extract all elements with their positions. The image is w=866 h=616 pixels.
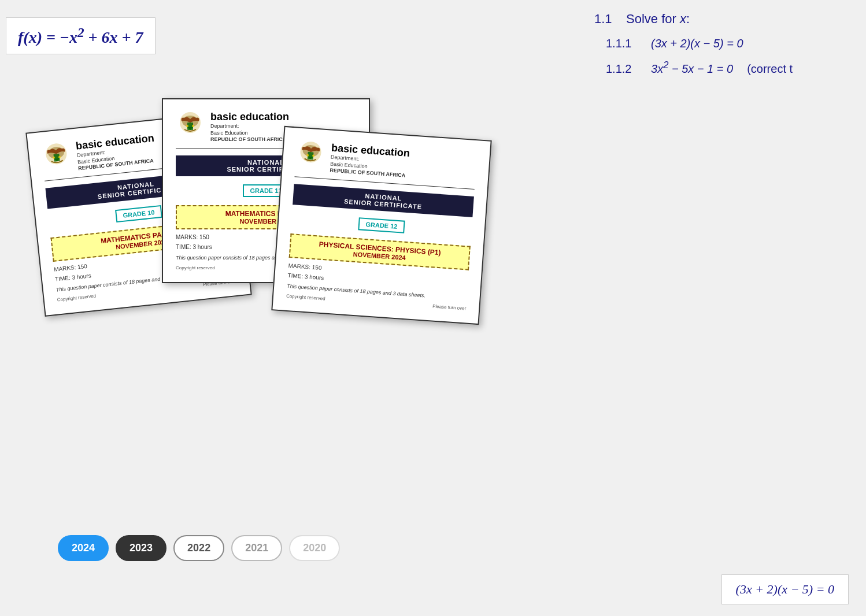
year-2020-btn[interactable]: 2020 [289,535,340,561]
coat-of-arms-logo [295,139,326,170]
year-2021-btn[interactable]: 2021 [231,535,282,561]
top-right-math: 1.1 Solve for x: 1.1.1 (3x + 2)(x − 5) =… [594,12,860,84]
top-left-formula-box: f(x) = −x2 + 6x + 7 [6,17,156,54]
year-2023-btn[interactable]: 2023 [116,535,166,561]
copyright-text: Copyright reserved [57,294,96,303]
copyright-text: Copyright reserved [286,294,325,302]
dept-text: Department:Basic EducationREPUBLIC OF SO… [210,123,289,143]
solve-label: 1.1 Solve for x: [594,12,860,27]
year-2022-btn[interactable]: 2022 [173,535,224,561]
coat-of-arms-logo [176,111,205,140]
turn-over-text: Please turn over [432,304,467,311]
card-header: basic education Department:Basic Educati… [294,139,477,190]
year-selector: 2024 2023 2022 2021 2020 [58,535,340,561]
bottom-formula-text: (3x + 2)(x − 5) = 0 [736,582,834,596]
svg-point-9 [192,125,194,127]
card-header-text: basic education Department:Basic Educati… [330,142,410,180]
year-2024-btn[interactable]: 2024 [58,535,109,561]
copyright-text: Copyright reserved [176,265,215,270]
coat-of-arms-logo [40,141,72,173]
formula-text: f(x) = −x2 + 6x + 7 [18,28,143,46]
grade-badge: GRADE 10 [116,205,162,222]
basic-ed-label: basic education [210,111,289,123]
cards-container: basic education Department:Basic Educati… [35,87,555,433]
grade-badge: GRADE 12 [358,217,405,233]
card-header-text: basic education Department:Basic Educati… [210,111,289,143]
svg-point-8 [186,125,188,127]
bottom-right-formula-box: (3x + 2)(x − 5) = 0 [721,574,849,604]
equation-1: 1.1.1 (3x + 2)(x − 5) = 0 [606,37,860,50]
exam-card-grade12[interactable]: basic education Department:Basic Educati… [271,126,491,325]
card-header-text: basic education Department:Basic Educati… [75,132,157,173]
equation-2: 1.1.2 3x2 − 5x − 1 = 0 (correct t [606,60,860,76]
